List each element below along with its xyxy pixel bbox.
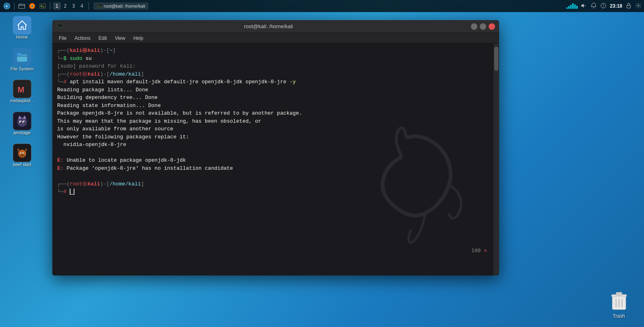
terminal-content[interactable]: ┌──(kali㉿kali)-[~] └─$ sudo su [sudo] pa… [52, 43, 493, 276]
user-root-4: root㉿ [70, 71, 87, 77]
path-4: /home/kali [109, 71, 141, 77]
workspace-2[interactable]: 2 [62, 2, 69, 10]
terminal-line-17 [57, 172, 489, 180]
menu-edit[interactable]: Edit [95, 34, 110, 42]
armitage-icon [13, 112, 31, 130]
file-manager-icon[interactable] [17, 2, 26, 10]
svg-marker-19 [18, 115, 21, 119]
workspace-4[interactable]: 4 [78, 2, 86, 10]
terminal-line-18: ┌──(root㉿kali)-[/home/kali] [57, 180, 489, 188]
filesystem-icon-label: File System [10, 66, 33, 72]
settings-icon[interactable] [635, 2, 642, 10]
prompt-prefix-2: └─ [57, 56, 64, 62]
terminal-line-2: └─$ sudo su [57, 55, 489, 63]
workspace-3[interactable]: 3 [70, 2, 77, 10]
desktop-icon-filesystem[interactable]: File System [8, 48, 36, 72]
bracket-open-4: ┌──( [57, 71, 70, 77]
trash-svg [609, 291, 629, 312]
terminal-line-8: Reading state information... Done [57, 102, 489, 110]
svg-point-30 [23, 153, 24, 154]
desktop-icon-metasploit[interactable]: M metasploit... [8, 80, 36, 103]
volume-icon[interactable] [566, 3, 578, 9]
speaker-icon[interactable] [581, 2, 587, 10]
svg-point-14 [638, 5, 639, 6]
kali-menu-icon[interactable]: K [2, 2, 11, 10]
scroll-count: 100 × [471, 247, 487, 253]
home-icon [13, 16, 31, 35]
terminal-line-11: is only available from another source [57, 125, 489, 133]
bracket-close-1: )-[ [100, 47, 109, 53]
svg-rect-6 [40, 4, 46, 8]
lock-icon[interactable] [625, 2, 632, 10]
flag-y: -y [289, 79, 296, 85]
taskbar: K [0, 0, 644, 12]
desktop-icon-beefstart[interactable]: beef start [8, 144, 36, 167]
terminal-line-19: └─# █ [57, 188, 489, 196]
terminal-line-5: └─# apt install maven default-jdk defaul… [57, 78, 489, 86]
vol-bar-2 [568, 6, 570, 9]
menu-help[interactable]: Help [130, 34, 147, 42]
cmd-5: apt install maven default-jdk default-jr… [66, 79, 289, 85]
power-icon[interactable] [600, 2, 607, 10]
taskbar-left: K [2, 2, 149, 10]
beefstart-icon [13, 144, 31, 162]
terminal-titlebar-icon [56, 23, 63, 30]
notifications-icon[interactable] [590, 2, 597, 10]
bracket-close-4: )-[ [100, 71, 109, 77]
metasploit-icon-label: metasploit... [10, 98, 34, 103]
workspaces: 1 2 3 4 [53, 2, 86, 10]
terminal-line-13: nvidia-openjdk-8-jre [57, 141, 489, 149]
vol-bar-4 [572, 3, 574, 9]
menu-view[interactable]: View [111, 34, 128, 42]
desktop-icon-armitage[interactable]: armitage [8, 112, 36, 136]
svg-marker-20 [23, 115, 26, 119]
svg-point-29 [21, 153, 22, 154]
scrollbar-thumb[interactable] [494, 47, 498, 71]
trash-label: Trash [613, 313, 625, 319]
user-1: kali㉿kali [70, 47, 100, 53]
workspace-1[interactable]: 1 [53, 2, 61, 10]
metasploit-icon: M [13, 80, 31, 98]
menu-file[interactable]: File [56, 34, 70, 42]
terminal-scrollbar[interactable] [493, 43, 499, 276]
clock: 23:18 [610, 3, 622, 9]
sudo-prompt: [sudo] password for kali: [57, 63, 136, 69]
active-app[interactable]: root@kali: /home/kali [93, 2, 149, 10]
terminal-taskbar-icon[interactable] [38, 2, 47, 10]
terminal-window: root@kali: /home/kali ─ □ ✕ File Actions… [52, 20, 499, 276]
terminal-line-16: E: Package 'openjdk-8-jre' has no instal… [57, 165, 489, 173]
taskbar-divider-3 [89, 2, 89, 10]
bracket-end-4: ] [141, 71, 144, 77]
terminal-title: root@kali: /home/kali [66, 23, 471, 29]
path-1: ~ [109, 47, 113, 53]
filesystem-icon [13, 48, 31, 66]
svg-rect-8 [97, 4, 102, 8]
svg-text:M: M [18, 85, 25, 94]
close-button[interactable]: ✕ [489, 23, 495, 30]
svg-point-5 [31, 5, 33, 7]
terminal-line-9: Package openjdk-8-jre is not available, … [57, 109, 489, 117]
terminal-line-12: However the following packages replace i… [57, 133, 489, 141]
maximize-button[interactable]: □ [480, 23, 486, 30]
trash-icon[interactable]: Trash [606, 291, 632, 319]
home-icon-label: Home [16, 35, 28, 40]
browser-icon[interactable] [28, 2, 37, 10]
terminal-titlebar: root@kali: /home/kali ─ □ ✕ [52, 20, 499, 33]
svg-point-26 [20, 154, 25, 157]
svg-rect-2 [19, 4, 25, 9]
desktop-icons: Home File System M metasploit... [8, 16, 36, 167]
vol-bar-1 [566, 7, 568, 9]
terminal-line-6: Reading package lists... Done [57, 86, 489, 94]
terminal-body: ┌──(kali㉿kali)-[~] └─$ sudo su [sudo] pa… [52, 43, 499, 276]
terminal-line-4: ┌──(root㉿kali)-[/home/kali] [57, 70, 489, 78]
terminal-line-10: This may mean that the package is missin… [57, 117, 489, 125]
vol-bar-3 [570, 5, 572, 9]
terminal-line-1: ┌──(kali㉿kali)-[~] [57, 47, 489, 55]
minimize-button[interactable]: ─ [471, 23, 477, 30]
svg-rect-35 [616, 292, 622, 295]
cursor-block: █ [66, 189, 74, 195]
armitage-icon-label: armitage [14, 130, 31, 136]
menu-actions[interactable]: Actions [71, 34, 93, 42]
desktop-icon-home[interactable]: Home [8, 16, 36, 40]
taskbar-divider-2 [50, 2, 50, 10]
